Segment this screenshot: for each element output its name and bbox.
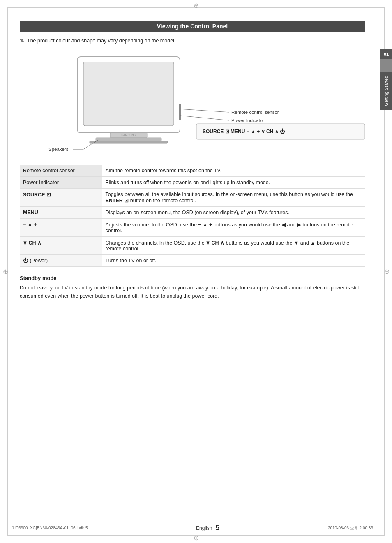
reg-mark-top: ⊕ xyxy=(192,2,200,9)
side-tab-text: Getting Started xyxy=(384,72,389,110)
feature-description: Aim the remote control towards this spot… xyxy=(102,165,365,177)
svg-line-8 xyxy=(180,116,229,120)
svg-rect-1 xyxy=(83,62,174,126)
standby-text: Do not leave your TV in standby mode for… xyxy=(20,284,365,300)
table-row: ∨ CH ∧ Changes the channels. In the OSD,… xyxy=(20,237,365,255)
svg-text:Speakers: Speakers xyxy=(48,147,69,152)
feature-label: Remote control sensor xyxy=(20,165,102,177)
svg-text:SAMSUNG: SAMSUNG xyxy=(121,134,136,136)
table-row: SOURCE ⊡ Toggles between all the availab… xyxy=(20,189,365,207)
svg-rect-4 xyxy=(90,141,168,143)
footer-file-info: [UC6900_XC]BN68-02843A-01L06.indb 5 xyxy=(12,526,88,530)
feature-table: Remote control sensor Aim the remote con… xyxy=(20,165,365,267)
svg-text:SOURCE ⊡  MENU  − ▲ +  ∨ CH ∧ : SOURCE ⊡ MENU − ▲ + ∨ CH ∧ ⏻ xyxy=(203,128,285,134)
feature-label: MENU xyxy=(20,207,102,219)
tv-illustration-svg: SAMSUNG Remote control sensor Power Indi… xyxy=(20,51,381,157)
main-content: Viewing the Control Panel ✎ The product … xyxy=(12,12,373,308)
note-line: ✎ The product colour and shape may vary … xyxy=(20,38,365,44)
tv-diagram: SAMSUNG Remote control sensor Power Indi… xyxy=(20,51,365,157)
standby-section: Standby mode Do not leave your TV in sta… xyxy=(20,275,365,300)
table-row: ⏻ (Power) Turns the TV on or off. xyxy=(20,255,365,267)
feature-description: Turns the TV on or off. xyxy=(102,255,365,267)
feature-description: Adjusts the volume. In the OSD, use the … xyxy=(102,219,365,237)
feature-label: ∨ CH ∧ xyxy=(20,237,102,255)
reg-mark-bottom: ⊕ xyxy=(192,534,200,541)
reg-mark-left: ⊕ xyxy=(2,268,9,275)
svg-rect-3 xyxy=(96,138,161,141)
table-row: Power Indicator Blinks and turns off whe… xyxy=(20,177,365,189)
svg-rect-6 xyxy=(179,104,181,120)
reg-mark-right: ⊕ xyxy=(383,268,390,275)
side-tab: 01 Getting Started xyxy=(380,49,392,110)
svg-text:Remote control sensor: Remote control sensor xyxy=(231,110,279,115)
feature-description: Blinks and turns off when the power is o… xyxy=(102,177,365,189)
page-number-area: English 5 xyxy=(196,524,219,532)
feature-label: − ▲ + xyxy=(20,219,102,237)
footer-date-info: 2010-08-06 오후 2:00:33 xyxy=(328,525,373,531)
section-title: Viewing the Control Panel xyxy=(20,21,365,32)
language-label: English xyxy=(196,525,212,531)
side-tab-number: 01 xyxy=(384,49,389,59)
page-number: 5 xyxy=(215,524,219,532)
feature-description: Toggles between all the available input … xyxy=(102,189,365,207)
feature-description: Changes the channels. In the OSD, use th… xyxy=(102,237,365,255)
table-row: − ▲ + Adjusts the volume. In the OSD, us… xyxy=(20,219,365,237)
feature-label: ⏻ (Power) xyxy=(20,255,102,267)
feature-description: Displays an on-screen menu, the OSD (on … xyxy=(102,207,365,219)
feature-label: SOURCE ⊡ xyxy=(20,189,102,207)
standby-title: Standby mode xyxy=(20,275,365,281)
note-text: The product colour and shape may vary de… xyxy=(27,38,175,44)
svg-text:Power Indicator: Power Indicator xyxy=(231,118,264,123)
table-row: Remote control sensor Aim the remote con… xyxy=(20,165,365,177)
feature-label: Power Indicator xyxy=(20,177,102,189)
svg-line-7 xyxy=(180,109,229,112)
note-icon: ✎ xyxy=(20,37,25,44)
page-footer: [UC6900_XC]BN68-02843A-01L06.indb 5 Engl… xyxy=(12,524,373,532)
table-row: MENU Displays an on-screen menu, the OSD… xyxy=(20,207,365,219)
